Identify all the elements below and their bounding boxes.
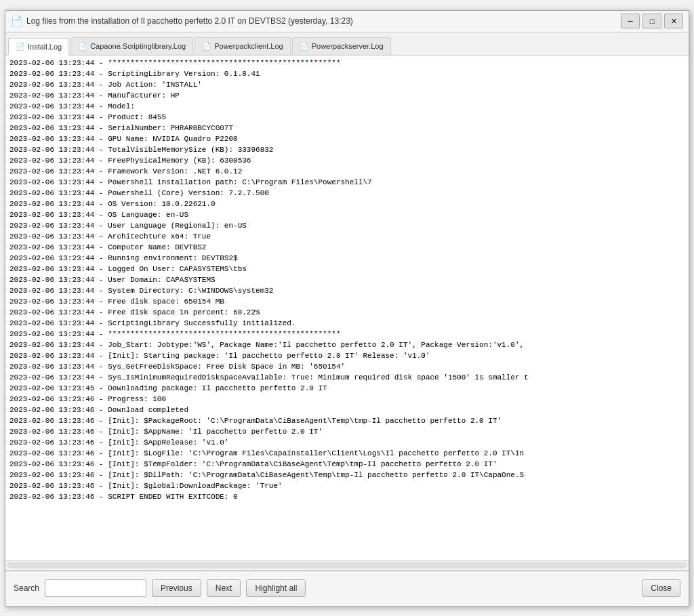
log-line: 2023-02-06 13:23:44 - ScriptingLibrary V… — [9, 69, 685, 80]
log-line: 2023-02-06 13:23:44 - Powershell install… — [9, 178, 685, 188]
log-line: 2023-02-06 13:23:44 - ScriptingLibrary S… — [9, 319, 685, 329]
log-line: 2023-02-06 13:23:44 - Architechture x64:… — [9, 232, 685, 243]
log-line: 2023-02-06 13:23:44 - Free disk space: 6… — [9, 297, 685, 308]
log-line: 2023-02-06 13:23:44 - Logged On User: CA… — [9, 264, 685, 275]
log-line: 2023-02-06 13:23:44 - OS Language: en-US — [9, 210, 685, 221]
next-button[interactable]: Next — [207, 579, 241, 597]
title-bar: 📄 Log files from the installation of Il … — [5, 11, 689, 33]
previous-button[interactable]: Previous — [152, 579, 201, 597]
log-line: 2023-02-06 13:23:46 - [Init]: $LogFile: … — [9, 449, 685, 459]
tab-icon-capaone: 📄 — [78, 42, 87, 51]
log-line: 2023-02-06 13:23:44 - Model: — [9, 102, 685, 112]
log-line: 2023-02-06 13:23:44 - [Init]: Starting p… — [9, 351, 685, 362]
log-line: 2023-02-06 13:23:46 - SCRIPT ENDED WITH … — [9, 492, 685, 503]
tab-icon-install: 📄 — [16, 42, 25, 51]
highlight-all-button[interactable]: Highlight all — [246, 579, 306, 597]
window-controls: ─ □ ✕ — [621, 14, 683, 28]
tab-label-install: Install.Log — [28, 43, 62, 51]
tab-label-powerpackserver: Powerpackserver.Log — [312, 42, 384, 50]
tab-capaone-scriptinglibrary[interactable]: 📄 Capaone.Scriptinglibrary.Log — [70, 37, 193, 55]
tab-label-powerpackclient: Powerpackclient.Log — [214, 42, 283, 50]
window-title: Log files from the installation of Il pa… — [26, 16, 621, 26]
tab-icon-powerpackclient: 📄 — [202, 42, 211, 51]
log-line: 2023-02-06 13:23:44 - ******************… — [9, 58, 685, 69]
log-line: 2023-02-06 13:23:44 - TotalVisibleMemory… — [9, 145, 685, 156]
tab-powerpackclient[interactable]: 📄 Powerpackclient.Log — [195, 37, 291, 55]
horizontal-scrollbar[interactable] — [7, 562, 687, 569]
log-line: 2023-02-06 13:23:46 - [Init]: $AppReleas… — [9, 438, 685, 449]
log-line: 2023-02-06 13:23:46 - [Init]: $TempFolde… — [9, 459, 685, 470]
tab-icon-powerpackserver: 📄 — [300, 42, 309, 51]
log-line: 2023-02-06 13:23:44 - SerialNumber: PHRA… — [9, 123, 685, 134]
tab-install-log[interactable]: 📄 Install.Log — [8, 38, 69, 56]
log-line: 2023-02-06 13:23:46 - [Init]: $PackageRo… — [9, 416, 685, 427]
close-window-button[interactable]: ✕ — [664, 14, 683, 28]
log-line: 2023-02-06 13:23:46 - Download completed — [9, 405, 685, 416]
tab-bar: 📄 Install.Log 📄 Capaone.Scriptinglibrary… — [5, 33, 689, 56]
log-line: 2023-02-06 13:23:44 - Sys_IsMinimumRequi… — [9, 373, 685, 384]
main-window: 📄 Log files from the installation of Il … — [5, 10, 689, 607]
log-line: 2023-02-06 13:23:44 - Sys_GetFreeDiskSpa… — [9, 362, 685, 373]
log-line: 2023-02-06 13:23:46 - [Init]: $global:Do… — [9, 481, 685, 492]
horizontal-scrollbar-area — [5, 561, 689, 571]
log-line: 2023-02-06 13:23:44 - Job Action: 'INSTA… — [9, 80, 685, 91]
log-line: 2023-02-06 13:23:44 - OS Version: 10.0.2… — [9, 199, 685, 210]
log-line: 2023-02-06 13:23:44 - User Language (Reg… — [9, 221, 685, 232]
log-line: 2023-02-06 13:23:46 - [Init]: $AppName: … — [9, 427, 685, 438]
log-line: 2023-02-06 13:23:44 - Product: 8455 — [9, 112, 685, 123]
log-content-area[interactable]: 2023-02-06 13:23:44 - ******************… — [5, 56, 689, 561]
tab-label-capaone: Capaone.Scriptinglibrary.Log — [90, 42, 186, 50]
log-line: 2023-02-06 13:23:44 - ******************… — [9, 329, 685, 340]
close-button[interactable]: Close — [642, 579, 680, 597]
log-line: 2023-02-06 13:23:44 - Running environmen… — [9, 253, 685, 264]
log-line: 2023-02-06 13:23:44 - GPU Name: NVIDIA Q… — [9, 134, 685, 145]
search-input[interactable] — [45, 579, 146, 597]
footer-bar: Search Previous Next Highlight all Close — [5, 571, 689, 606]
log-line: 2023-02-06 13:23:46 - Progress: 100 — [9, 394, 685, 405]
log-line: 2023-02-06 13:23:45 - Downloading packag… — [9, 384, 685, 394]
tab-powerpackserver[interactable]: 📄 Powerpackserver.Log — [292, 37, 391, 55]
log-line: 2023-02-06 13:23:44 - Manufacturer: HP — [9, 91, 685, 102]
window-icon: 📄 — [11, 16, 22, 26]
log-line: 2023-02-06 13:23:44 - Powershell (Core) … — [9, 188, 685, 199]
log-line: 2023-02-06 13:23:44 - Framework Version:… — [9, 167, 685, 178]
log-line: 2023-02-06 13:23:44 - Job_Start: Jobtype… — [9, 340, 685, 351]
log-line: 2023-02-06 13:23:46 - [Init]: $DllPath: … — [9, 470, 685, 481]
log-line: 2023-02-06 13:23:44 - Computer Name: DEV… — [9, 243, 685, 253]
maximize-button[interactable]: □ — [642, 14, 661, 28]
log-line: 2023-02-06 13:23:44 - Free disk space in… — [9, 308, 685, 319]
search-label: Search — [14, 583, 39, 593]
log-line: 2023-02-06 13:23:44 - System Directory: … — [9, 286, 685, 297]
minimize-button[interactable]: ─ — [621, 14, 640, 28]
log-line: 2023-02-06 13:23:44 - User Domain: CAPAS… — [9, 275, 685, 286]
log-line: 2023-02-06 13:23:44 - FreePhysicalMemory… — [9, 156, 685, 167]
